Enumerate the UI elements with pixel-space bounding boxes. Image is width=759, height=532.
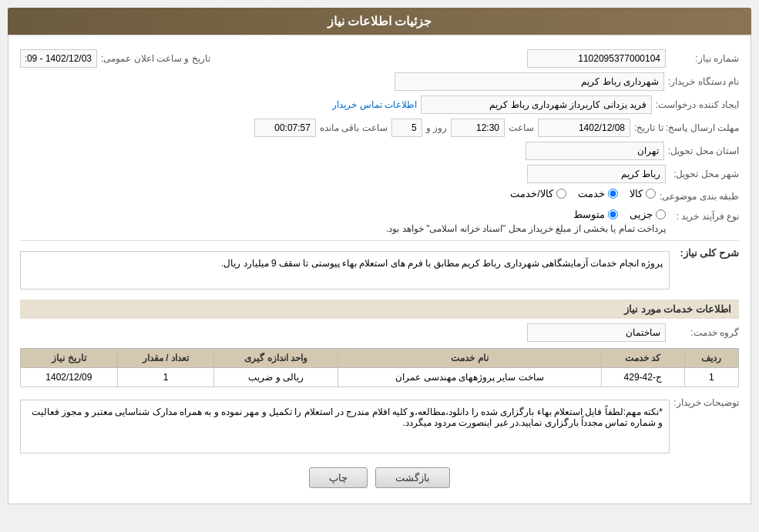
deadline-days-label: روز و — [426, 122, 447, 133]
cell-name: ساخت سایر پروژههای مهندسی عمران — [338, 368, 601, 387]
province-input — [526, 142, 664, 160]
service-table: ردیف کد خدمت نام خدمت واحد اندازه گیری ت… — [20, 348, 739, 387]
col-header-date: تاریخ نیاز — [21, 349, 118, 368]
cell-qty: 1 — [117, 368, 214, 387]
deadline-days-input — [391, 119, 422, 137]
announcement-input — [20, 49, 97, 68]
announcement-label: تاریخ و ساعت اعلان عمومی: — [101, 53, 210, 64]
countdown-input — [254, 119, 316, 137]
services-title: اطلاعات خدمات مورد نیاز — [20, 299, 739, 319]
need-number-input — [527, 49, 666, 68]
col-header-code: کد خدمت — [601, 349, 684, 368]
category-option-service[interactable]: خدمت — [578, 188, 618, 199]
deadline-time-input — [451, 119, 505, 137]
description-content: پروژه انجام خدمات آزمایشگاهی شهرداری ربا… — [20, 251, 670, 289]
buttons-row: بازگشت چاپ — [20, 467, 739, 496]
print-button[interactable]: چاپ — [309, 467, 368, 488]
contact-link[interactable]: اطلاعات تماس خریدار — [332, 99, 417, 110]
need-number-label: شماره نیاز: — [670, 53, 739, 64]
table-row: 1 ج-42-429 ساخت سایر پروژههای مهندسی عمر… — [21, 368, 739, 387]
buyer-org-label: نام دستگاه خریدار: — [668, 76, 739, 87]
creator-label: ایجاد کننده درخواست: — [656, 99, 739, 110]
category-option-goods[interactable]: کالا — [630, 188, 656, 199]
buyer-notes-label: توضیحات خریدار: — [670, 397, 739, 408]
process-note: پرداخت تمام یا بخشی از مبلغ خریداز محل "… — [386, 223, 666, 234]
col-header-unit: واحد اندازه گیری — [214, 349, 338, 368]
col-header-qty: تعداد / مقدار — [117, 349, 214, 368]
service-group-label: گروه خدمت: — [670, 327, 739, 338]
category-radio-group: کالا خدمت کالا/خدمت — [510, 188, 656, 199]
creator-input — [421, 95, 652, 114]
header-bar: جزئیات اطلاعات نیاز — [8, 8, 751, 35]
countdown-label: ساعت باقی مانده — [320, 122, 388, 133]
col-header-row: ردیف — [684, 349, 738, 368]
deadline-date-input — [538, 119, 630, 137]
process-radio-group: جزیی متوسط — [386, 209, 666, 220]
cell-date: 1402/12/09 — [21, 368, 118, 387]
deadline-label: مهلت ارسال پاسخ: تا تاریخ: — [634, 122, 739, 133]
process-option-partial[interactable]: جزیی — [630, 209, 666, 220]
back-button[interactable]: بازگشت — [375, 467, 450, 488]
service-group-input — [527, 323, 666, 342]
cell-row: 1 — [684, 368, 738, 387]
process-option-medium[interactable]: متوسط — [573, 209, 618, 220]
category-label: طبقه بندی موضوعی: — [660, 191, 739, 202]
deadline-time-label: ساعت — [509, 122, 534, 133]
description-title: شرح کلی نیاز: — [670, 247, 739, 259]
category-option-both[interactable]: کالا/خدمت — [510, 188, 566, 199]
cell-code: ج-42-429 — [601, 368, 684, 387]
page-title: جزئیات اطلاعات نیاز — [327, 15, 432, 28]
city-input — [527, 165, 666, 183]
col-header-name: نام خدمت — [338, 349, 601, 368]
buyer-org-input — [395, 72, 664, 91]
buyer-notes-content: *نکته مهم:لطفاً فایل استعلام بهاء بارگزا… — [20, 400, 670, 453]
process-label: نوع فرآیند خرید : — [670, 211, 739, 222]
province-label: استان محل تحویل: — [668, 146, 739, 156]
city-label: شهر محل تحویل: — [670, 169, 739, 179]
cell-unit: ریالی و ضریب — [214, 368, 338, 387]
